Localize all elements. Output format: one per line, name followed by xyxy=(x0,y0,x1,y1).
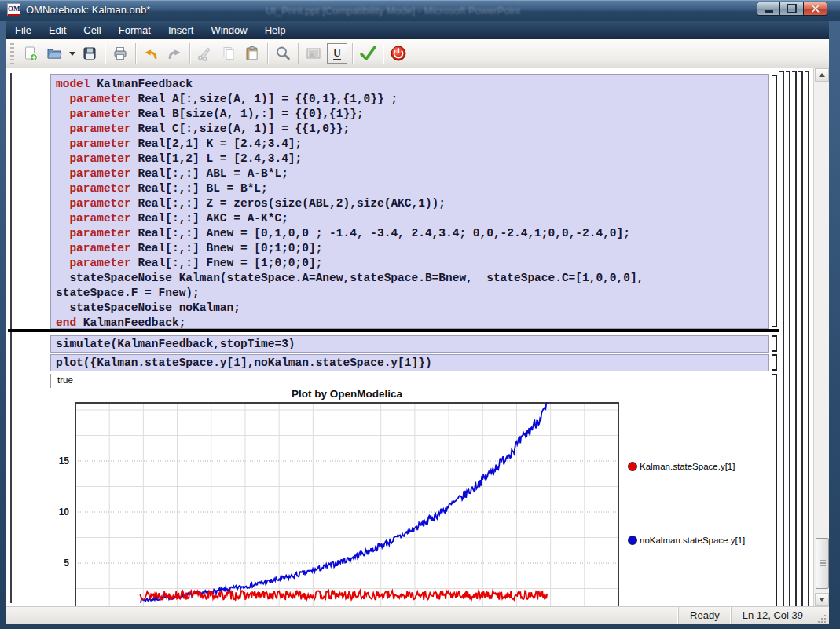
print-button[interactable] xyxy=(109,42,131,64)
group-cell-bracket[interactable] xyxy=(798,71,803,606)
scrollbar-thumb[interactable] xyxy=(816,538,829,589)
close-icon xyxy=(811,4,820,13)
insert-image-button[interactable] xyxy=(303,42,325,64)
simulate-command: simulate(KalmanFeedback,stopTime=3) xyxy=(56,338,295,350)
new-document-icon xyxy=(22,45,39,62)
plot-canvas: 51015Plot by OpenModelicaKalman.stateSpa… xyxy=(6,387,813,606)
maximize-button[interactable] xyxy=(780,2,804,16)
minimize-icon xyxy=(765,10,773,13)
plot-command: plot({Kalman.stateSpace.y[1],noKalman.st… xyxy=(56,357,432,369)
legend-label: Kalman.stateSpace.y[1] xyxy=(640,462,735,471)
toolbar-separator xyxy=(383,43,383,64)
plot-cell-bracket[interactable] xyxy=(772,354,777,371)
image-icon xyxy=(305,45,322,62)
status-ready: Ready xyxy=(678,607,731,624)
title-bar[interactable]: OM OMNotebook: Kalman.onb* Ut_Print.ppt … xyxy=(0,0,840,21)
toolbar-separator xyxy=(135,43,136,64)
quit-button[interactable] xyxy=(387,42,409,64)
legend-label: noKalman.stateSpace.y[1] xyxy=(640,536,745,545)
redo-button[interactable] xyxy=(163,42,185,64)
toolbar-separator xyxy=(267,43,268,64)
code-line: parameter Real[1,2] L = [2.4,3.4]; xyxy=(56,152,768,166)
scroll-down-button[interactable] xyxy=(815,593,829,606)
print-icon xyxy=(112,45,129,62)
arrow-up-icon xyxy=(819,73,825,77)
window-controls xyxy=(757,2,827,16)
simulate-cell-bracket[interactable] xyxy=(772,335,777,352)
new-cell-button[interactable] xyxy=(20,42,42,64)
open-button[interactable] xyxy=(43,42,65,64)
simulate-cell[interactable]: simulate(KalmanFeedback,stopTime=3) xyxy=(50,335,769,353)
open-dropdown-button[interactable] xyxy=(67,42,77,64)
paste-clipboard-icon xyxy=(244,45,261,62)
plot-title: Plot by OpenModelica xyxy=(292,388,403,400)
code-line: parameter Real C[:,size(A, 1)] = {{1,0}}… xyxy=(56,122,768,137)
close-button[interactable] xyxy=(804,2,827,16)
redo-icon xyxy=(166,45,183,62)
cut-button[interactable] xyxy=(194,42,216,64)
arrow-down-icon xyxy=(819,598,825,602)
output-cell[interactable]: true xyxy=(50,374,769,388)
toolbar-grip[interactable] xyxy=(10,43,14,64)
code-line: parameter Real[:,:] Bnew = [0;1;0;0]; xyxy=(56,241,768,256)
code-line: end KalmanFeedback; xyxy=(56,316,768,329)
y-tick-label: 10 xyxy=(59,506,70,517)
plot-command-cell[interactable]: plot({Kalman.stateSpace.y[1],noKalman.st… xyxy=(50,354,769,371)
code-line: parameter Real[:,:] Z = zeros(size(ABL,2… xyxy=(56,196,768,211)
menu-item-help[interactable]: Help xyxy=(256,21,295,39)
paste-button[interactable] xyxy=(241,42,263,64)
code-line: parameter Real[:,:] Anew = [0,1,0,0 ; -1… xyxy=(56,226,768,241)
menu-item-insert[interactable]: Insert xyxy=(160,21,203,39)
save-button[interactable] xyxy=(79,42,101,64)
cut-scissors-icon xyxy=(196,45,214,62)
legend-marker-icon xyxy=(629,536,637,545)
output-cell-bracket[interactable] xyxy=(772,374,777,606)
menu-item-format[interactable]: Format xyxy=(110,21,160,39)
toolbar: U xyxy=(6,39,829,68)
group-cell-bracket[interactable] xyxy=(779,71,784,606)
toolbar-separator xyxy=(352,43,353,64)
notebook-viewport: model KalmanFeedback parameter Real A[:,… xyxy=(6,68,829,606)
menu-item-file[interactable]: File xyxy=(6,21,40,39)
series-curve-kalman-statespace-y-1- xyxy=(140,591,547,600)
cell-insertion-cursor[interactable] xyxy=(8,329,779,332)
group-cell-bracket[interactable] xyxy=(786,71,790,606)
underline-button[interactable]: U xyxy=(326,42,348,64)
code-line: model KalmanFeedback xyxy=(56,77,768,92)
y-tick-label: 15 xyxy=(59,455,70,466)
code-line: stateSpaceNoise noKalman; xyxy=(56,301,768,316)
vertical-scrollbar[interactable] xyxy=(813,68,829,606)
background-window-title: Ut_Print.ppt [Compatibility Mode] - Micr… xyxy=(266,5,713,16)
scroll-up-button[interactable] xyxy=(815,68,829,82)
search-button[interactable] xyxy=(272,42,294,64)
menu-bar: FileEditCellFormatInsertWindowHelp xyxy=(6,21,829,39)
underline-icon: U xyxy=(327,43,347,64)
code-line: parameter Real[2,1] K = [2.4;3.4]; xyxy=(56,137,768,152)
code-line: parameter Real[:,:] ABL = A-B*L; xyxy=(56,166,768,181)
save-icon xyxy=(81,45,98,62)
minimize-button[interactable] xyxy=(757,2,780,16)
copy-button[interactable] xyxy=(218,42,240,64)
evaluate-button[interactable] xyxy=(357,42,379,64)
code-cell-bracket[interactable] xyxy=(772,75,777,327)
notebook-canvas[interactable]: model KalmanFeedback parameter Real A[:,… xyxy=(6,68,813,606)
code-line: parameter Real[:,:] AKC = A-K*C; xyxy=(56,211,768,226)
group-cell-bracket[interactable] xyxy=(792,71,797,606)
status-cursor-position: Ln 12, Col 39 xyxy=(731,607,814,624)
legend-marker-icon xyxy=(629,463,637,471)
series-curve-nokalman-statespace-y-1- xyxy=(140,403,547,602)
code-line: parameter Real[:,:] BL = B*L; xyxy=(56,181,768,196)
resize-grip[interactable] xyxy=(816,613,827,624)
menu-item-window[interactable]: Window xyxy=(202,21,255,39)
undo-icon xyxy=(142,45,160,62)
power-icon xyxy=(389,44,408,63)
output-value: true xyxy=(57,375,73,385)
chevron-down-icon xyxy=(69,52,75,56)
code-line: stateSpaceNoise Kalman(stateSpace.A=Anew… xyxy=(56,271,768,286)
menu-item-edit[interactable]: Edit xyxy=(40,21,75,39)
code-cell-kalmanfeedback[interactable]: model KalmanFeedback parameter Real A[:,… xyxy=(50,74,769,329)
undo-button[interactable] xyxy=(140,42,162,64)
toolbar-separator xyxy=(105,43,105,64)
group-cell-bracket[interactable] xyxy=(805,71,809,606)
menu-item-cell[interactable]: Cell xyxy=(75,21,109,39)
